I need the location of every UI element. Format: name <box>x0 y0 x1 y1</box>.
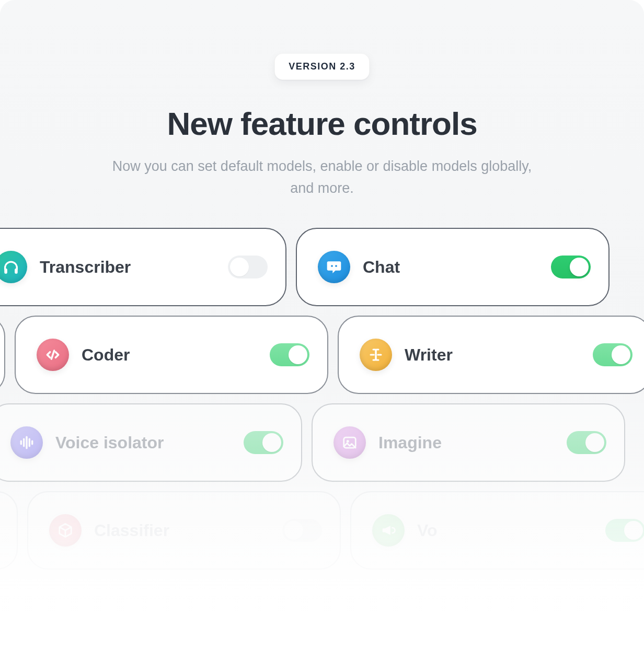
feature-toggle[interactable] <box>270 343 309 366</box>
waveform-icon <box>10 426 43 459</box>
feature-card-coder[interactable]: Coder <box>15 316 328 394</box>
feature-toggle[interactable] <box>551 256 591 278</box>
code-icon <box>37 339 69 371</box>
feature-label: Writer <box>405 345 453 365</box>
feature-toggle[interactable] <box>593 343 632 366</box>
feature-toggle[interactable] <box>282 519 322 542</box>
feature-card[interactable] <box>0 316 5 394</box>
header: VERSION 2.3 New feature controls Now you… <box>0 0 644 200</box>
feature-label: Classifier <box>94 521 169 540</box>
feature-label: Vo <box>417 521 438 540</box>
megaphone-icon <box>372 514 405 547</box>
text-cursor-icon <box>360 339 392 371</box>
feature-row: Classifier Vo <box>0 491 644 570</box>
feature-toggle[interactable] <box>244 431 283 454</box>
feature-label: Voice isolator <box>55 433 164 452</box>
chat-icon <box>318 251 350 283</box>
feature-card-imagine[interactable]: Imagine <box>312 403 625 482</box>
feature-card-classifier[interactable]: Classifier <box>27 491 341 570</box>
feature-row: Voice isolator Imagine <box>0 403 625 482</box>
feature-label: Transcriber <box>40 258 131 277</box>
version-badge: VERSION 2.3 <box>274 53 370 80</box>
feature-card-voice-isolator[interactable]: Voice isolator <box>0 403 302 482</box>
cube-icon <box>49 514 82 547</box>
feature-toggle[interactable] <box>605 519 644 542</box>
svg-point-13 <box>347 440 349 443</box>
image-icon <box>334 426 366 459</box>
feature-row: Transcriber Chat <box>0 228 610 306</box>
feature-card-transcriber[interactable]: Transcriber <box>0 228 286 306</box>
feature-toggle[interactable] <box>228 256 268 278</box>
feature-label: Imagine <box>378 433 442 452</box>
svg-point-3 <box>335 265 337 267</box>
feature-toggle[interactable] <box>567 431 606 454</box>
feature-controls-panel: VERSION 2.3 New feature controls Now you… <box>0 0 644 650</box>
page-subtitle: Now you can set default models, enable o… <box>102 156 542 200</box>
headphones-icon <box>0 251 27 283</box>
feature-label: Coder <box>82 345 130 365</box>
feature-label: Chat <box>363 258 400 277</box>
feature-card-voice2[interactable]: Vo <box>350 491 644 570</box>
svg-rect-0 <box>4 269 7 274</box>
page-title: New feature controls <box>0 105 644 142</box>
feature-card-chat[interactable]: Chat <box>296 228 610 306</box>
feature-card-writer[interactable]: Writer <box>338 316 644 394</box>
svg-point-2 <box>331 265 333 267</box>
feature-card[interactable] <box>0 491 18 570</box>
feature-row: Coder Writer <box>0 316 644 394</box>
svg-line-4 <box>51 351 54 359</box>
svg-rect-1 <box>15 269 18 274</box>
